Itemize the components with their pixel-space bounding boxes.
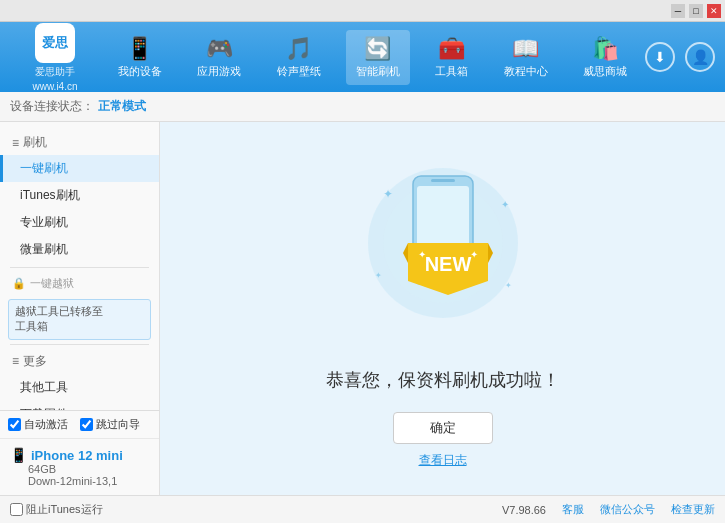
nav-ringtones[interactable]: 🎵 铃声壁纸: [267, 30, 331, 85]
logo-area: 爱思 爱思助手 www.i4.cn: [10, 23, 100, 92]
sidebar-item-other-tools[interactable]: 其他工具: [0, 374, 159, 401]
sidebar-divider-2: [10, 344, 149, 345]
sidebar-item-micro-flash[interactable]: 微量刷机: [0, 236, 159, 263]
close-button[interactable]: ✕: [707, 4, 721, 18]
nav-weisi-store[interactable]: 🛍️ 威思商城: [573, 30, 637, 85]
phone-small-icon: 📱: [10, 447, 27, 463]
maximize-button[interactable]: □: [689, 4, 703, 18]
nav-ringtones-label: 铃声壁纸: [277, 64, 321, 79]
minimize-button[interactable]: ─: [671, 4, 685, 18]
wechat-link[interactable]: 微信公众号: [600, 502, 655, 517]
content-area: ✦ ✦ ✦ ✦: [160, 122, 725, 495]
bottom-left: 阻止iTunes运行: [10, 502, 103, 517]
svg-text:✦: ✦: [375, 271, 382, 280]
sidebar-item-itunes-flash[interactable]: iTunes刷机: [0, 182, 159, 209]
titlebar-controls: ─ □ ✕: [671, 4, 721, 18]
version-text: V7.98.66: [502, 504, 546, 516]
logo-text: 爱思助手: [35, 65, 75, 79]
auto-activate-checkbox[interactable]: [8, 418, 21, 431]
skip-wizard-text: 跳过向导: [96, 417, 140, 432]
section-icon: ≡: [12, 136, 19, 150]
section-label: 刷机: [23, 134, 47, 151]
bottombar: 阻止iTunes运行 V7.98.66 客服 微信公众号 检查更新: [0, 495, 725, 523]
service-link[interactable]: 客服: [562, 502, 584, 517]
device-model: Down-12mini-13,1: [28, 475, 149, 487]
toolbox-icon: 🧰: [438, 36, 465, 62]
lock-icon: 🔒: [12, 277, 26, 290]
nav-smart-flash-label: 智能刷机: [356, 64, 400, 79]
nav-tutorial[interactable]: 📖 教程中心: [494, 30, 558, 85]
device-info: 📱 iPhone 12 mini 64GB Down-12mini-13,1: [0, 439, 159, 495]
stop-itunes-text: 阻止iTunes运行: [26, 502, 103, 517]
update-link[interactable]: 检查更新: [671, 502, 715, 517]
nav-smart-flash[interactable]: 🔄 智能刷机: [346, 30, 410, 85]
sidebar-jailbreak-disabled: 🔒 一键越狱: [0, 272, 159, 295]
download-button[interactable]: ⬇: [645, 42, 675, 72]
flash-icon: 🔄: [364, 36, 391, 62]
device-storage: 64GB: [28, 463, 149, 475]
nav-my-device-label: 我的设备: [118, 64, 162, 79]
sidebar-warning-box: 越狱工具已转移至工具箱: [8, 299, 151, 340]
more-section-icon: ≡: [12, 354, 19, 368]
header-right: ⬇ 👤: [645, 42, 715, 72]
statusbar: 设备连接状态： 正常模式: [0, 92, 725, 122]
phone-svg: ✦ ✦ ✦ ✦: [353, 148, 533, 348]
nav-apps-games-label: 应用游戏: [197, 64, 241, 79]
status-value: 正常模式: [98, 98, 146, 115]
logo-website: www.i4.cn: [32, 81, 77, 92]
phone-illustration: ✦ ✦ ✦ ✦: [353, 148, 533, 348]
tutorial-icon: 📖: [512, 36, 539, 62]
sidebar: ≡ 刷机 一键刷机 iTunes刷机 专业刷机 微量刷机 🔒 一键越狱 越狱工具…: [0, 122, 160, 495]
nav-tutorial-label: 教程中心: [504, 64, 548, 79]
titlebar: ─ □ ✕: [0, 0, 725, 22]
apps-icon: 🎮: [206, 36, 233, 62]
nav-items: 📱 我的设备 🎮 应用游戏 🎵 铃声壁纸 🔄 智能刷机 🧰 工具箱 📖 教程中心…: [100, 30, 645, 85]
svg-rect-9: [431, 179, 455, 182]
repair-log-link[interactable]: 查看日志: [419, 452, 467, 469]
nav-weisi-store-label: 威思商城: [583, 64, 627, 79]
svg-text:✦: ✦: [418, 249, 426, 260]
sidebar-item-one-key-flash[interactable]: 一键刷机: [0, 155, 159, 182]
status-label: 设备连接状态：: [10, 98, 94, 115]
auto-activate-label[interactable]: 自动激活: [8, 417, 68, 432]
device-name: iPhone 12 mini: [31, 448, 123, 463]
header: 爱思 爱思助手 www.i4.cn 📱 我的设备 🎮 应用游戏 🎵 铃声壁纸 🔄…: [0, 22, 725, 92]
logo-icon: 爱思: [35, 23, 75, 63]
svg-text:✦: ✦: [501, 199, 509, 210]
checkbox-area: 自动激活 跳过向导: [8, 417, 151, 432]
nav-my-device[interactable]: 📱 我的设备: [108, 30, 172, 85]
nav-apps-games[interactable]: 🎮 应用游戏: [187, 30, 251, 85]
sidebar-section-more: ≡ 更多: [0, 349, 159, 374]
account-button[interactable]: 👤: [685, 42, 715, 72]
svg-text:✦: ✦: [505, 281, 512, 290]
success-message: 恭喜您，保资料刷机成功啦！: [326, 368, 560, 392]
jailbreak-label: 一键越狱: [30, 276, 74, 291]
nav-toolbox-label: 工具箱: [435, 64, 468, 79]
auto-activate-text: 自动激活: [24, 417, 68, 432]
bottom-right: V7.98.66 客服 微信公众号 检查更新: [502, 502, 715, 517]
stop-itunes-checkbox[interactable]: [10, 503, 23, 516]
sidebar-divider-1: [10, 267, 149, 268]
store-icon: 🛍️: [592, 36, 619, 62]
nav-toolbox[interactable]: 🧰 工具箱: [425, 30, 478, 85]
skip-wizard-checkbox[interactable]: [80, 418, 93, 431]
skip-wizard-label[interactable]: 跳过向导: [80, 417, 140, 432]
sidebar-item-pro-flash[interactable]: 专业刷机: [0, 209, 159, 236]
device-icon: 📱: [126, 36, 153, 62]
main-layout: ≡ 刷机 一键刷机 iTunes刷机 专业刷机 微量刷机 🔒 一键越狱 越狱工具…: [0, 122, 725, 495]
svg-text:✦: ✦: [470, 249, 478, 260]
stop-itunes-label[interactable]: 阻止iTunes运行: [10, 502, 103, 517]
more-section-label: 更多: [23, 353, 47, 370]
confirm-button[interactable]: 确定: [393, 412, 493, 444]
sidebar-section-flash: ≡ 刷机: [0, 130, 159, 155]
svg-text:✦: ✦: [383, 187, 393, 201]
svg-text:NEW: NEW: [424, 253, 471, 275]
ringtone-icon: 🎵: [285, 36, 312, 62]
